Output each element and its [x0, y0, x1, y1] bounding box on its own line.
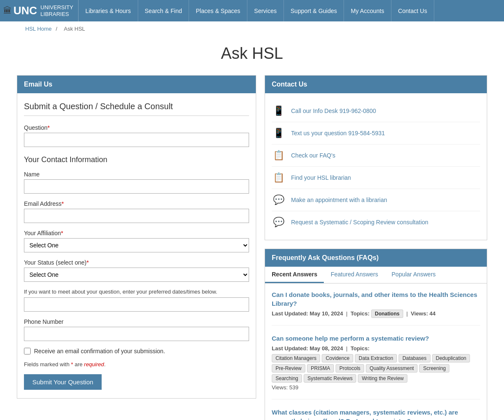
status-group: Your Status (select one)* Select One — [24, 259, 249, 282]
check-faqs-link[interactable]: Check our FAQ's — [291, 152, 335, 159]
faq-tag-covidence[interactable]: Covidence — [322, 354, 353, 362]
page-title-area: Ask HSL — [0, 36, 504, 75]
logo-area[interactable]: 🏛 UNC UNIVERSITY LIBRARIES — [0, 0, 79, 21]
faq-tag-pre-review[interactable]: Pre-Review — [272, 364, 305, 373]
fields-note: Fields marked with * are required. — [24, 361, 249, 368]
contact-info-heading: Your Contact Information — [24, 155, 249, 164]
affiliation-select[interactable]: Select One — [24, 238, 249, 252]
tab-featured-answers[interactable]: Featured Answers — [324, 267, 385, 283]
breadcrumb-current: Ask HSL — [64, 26, 85, 32]
faq-tag-systematic[interactable]: Systematic Reviews — [304, 374, 356, 383]
faq-tabs: Recent Answers Featured Answers Popular … — [265, 267, 487, 284]
contact-panel: Contact Us 📱 Call our Info Desk 919-962-… — [265, 75, 487, 240]
question-group: Question* — [24, 124, 249, 147]
faq-tag-searching[interactable]: Searching — [272, 374, 302, 383]
building-icon: 🏛 — [3, 6, 12, 16]
nav-support-guides[interactable]: Support & Guides — [284, 0, 344, 21]
faq-item-3: What classes (citation managers, systema… — [272, 408, 480, 420]
contact-list: 📱 Call our Info Desk 919-962-0800 📱 Text… — [265, 93, 487, 240]
nav-my-accounts[interactable]: My Accounts — [344, 0, 391, 21]
page-title: Ask HSL — [0, 45, 504, 63]
text-question-link[interactable]: Text us your question 919-584-5931 — [291, 130, 385, 136]
email-required: * — [61, 200, 63, 207]
email-panel: Email Us Submit a Question / Schedule a … — [17, 75, 256, 399]
faq-list-icon: 📋 — [272, 149, 285, 162]
nav-links: Libraries & Hours Search & Find Places &… — [79, 0, 434, 21]
question-input[interactable] — [24, 133, 249, 147]
main-content: Email Us Submit a Question / Schedule a … — [0, 75, 504, 420]
unc-text: UNC — [13, 4, 37, 17]
faq-tag-deduplication[interactable]: Deduplication — [432, 354, 470, 362]
left-column: Email Us Submit a Question / Schedule a … — [17, 75, 256, 420]
faq-item-1-meta: Last Updated: May 10, 2024 | Topics: Don… — [272, 310, 480, 317]
mobile-icon: 📱 — [272, 126, 285, 140]
affiliation-required: * — [61, 230, 63, 236]
tab-recent-answers[interactable]: Recent Answers — [265, 267, 324, 283]
faq-item-2-title[interactable]: Can someone help me perform a systematic… — [272, 335, 429, 342]
phone-label: Phone Number — [24, 318, 249, 325]
status-select[interactable]: Select One — [24, 268, 249, 282]
form-subtitle: Submit a Question / Schedule a Consult — [24, 102, 249, 116]
faq-panel-header: Frequently Ask Questions (FAQs) — [265, 249, 487, 267]
libraries-text: UNIVERSITY LIBRARIES — [40, 4, 73, 17]
contact-item-faq: 📋 Check our FAQ's — [272, 144, 480, 167]
contact-item-appointment: 💬 Make an appointment with a librarian — [272, 189, 480, 211]
contact-item-call: 📱 Call our Info Desk 919-962-0800 — [272, 100, 480, 122]
affiliation-group: Your Affiliation* Select One — [24, 230, 249, 252]
email-label: Email Address* — [24, 200, 249, 207]
contact-item-librarian: 📋 Find your HSL librarian — [272, 167, 480, 189]
faq-tag-data-extraction[interactable]: Data Extraction — [355, 354, 397, 362]
faq-item-1-title[interactable]: Can I donate books, journals, and other … — [272, 291, 477, 307]
make-appointment-link[interactable]: Make an appointment with a librarian — [291, 197, 387, 203]
phone-icon: 📱 — [272, 104, 285, 118]
call-info-desk-link[interactable]: Call our Info Desk 919-962-0800 — [291, 108, 376, 114]
faq-tag-quality[interactable]: Quality Assessment — [366, 364, 417, 373]
meeting-group: If you want to meet about your question,… — [24, 289, 249, 312]
submit-button[interactable]: Submit Your Question — [24, 374, 102, 390]
email-input[interactable] — [24, 209, 249, 223]
faq-tag-donations[interactable]: Donations — [371, 310, 404, 318]
phone-input[interactable] — [24, 327, 249, 341]
contact-item-review: 💬 Request a Systematic / Scoping Review … — [272, 211, 480, 233]
faq-divider-1 — [272, 325, 480, 326]
main-nav: 🏛 UNC UNIVERSITY LIBRARIES Libraries & H… — [0, 0, 504, 21]
faq-tag-writing[interactable]: Writing the Review — [358, 374, 407, 383]
contact-item-text: 📱 Text us your question 919-584-5931 — [272, 122, 480, 144]
faq-item-2-views: Views: 539 — [272, 384, 480, 391]
name-group: Name — [24, 171, 249, 194]
name-input[interactable] — [24, 179, 249, 194]
name-label: Name — [24, 171, 249, 178]
request-consultation-link[interactable]: Request a Systematic / Scoping Review co… — [291, 219, 428, 226]
form-body: Submit a Question / Schedule a Consult Q… — [17, 93, 256, 398]
faq-tag-citation[interactable]: Citation Managers — [272, 354, 320, 362]
nav-services[interactable]: Services — [247, 0, 284, 21]
email-confirm-checkbox[interactable] — [24, 348, 31, 354]
nav-contact-us[interactable]: Contact Us — [391, 0, 434, 21]
question-required: * — [47, 124, 50, 131]
breadcrumb-home[interactable]: HSL Home — [25, 26, 52, 32]
faq-item-1: Can I donate books, journals, and other … — [272, 290, 480, 317]
checkbox-label: Receive an email confirmation of your su… — [34, 348, 165, 354]
find-librarian-link[interactable]: Find your HSL librarian — [291, 174, 351, 181]
status-required: * — [87, 259, 89, 266]
nav-search-find[interactable]: Search & Find — [138, 0, 189, 21]
faq-tag-screening[interactable]: Screening — [419, 364, 449, 373]
tab-popular-answers[interactable]: Popular Answers — [385, 267, 442, 283]
faq-tag-protocols[interactable]: Protocols — [336, 364, 364, 373]
faq-item-2: Can someone help me perform a systematic… — [272, 334, 480, 391]
faq-tag-prisma[interactable]: PRISMA — [307, 364, 334, 373]
phone-group: Phone Number — [24, 318, 249, 341]
affiliation-label: Your Affiliation* — [24, 230, 249, 236]
appointment-chat-icon: 💬 — [272, 193, 285, 207]
nav-libraries-hours[interactable]: Libraries & Hours — [79, 0, 138, 21]
breadcrumb: HSL Home / Ask HSL — [0, 21, 504, 36]
contact-panel-header: Contact Us — [265, 76, 487, 93]
meeting-input[interactable] — [24, 297, 249, 312]
faq-item-3-title[interactable]: What classes (citation managers, systema… — [272, 409, 458, 420]
status-label: Your Status (select one)* — [24, 259, 249, 266]
faq-tag-databases[interactable]: Databases — [399, 354, 430, 362]
meeting-hint: If you want to meet about your question,… — [24, 289, 249, 295]
email-group: Email Address* — [24, 200, 249, 223]
nav-places-spaces[interactable]: Places & Spaces — [189, 0, 247, 21]
question-label: Question* — [24, 124, 249, 131]
